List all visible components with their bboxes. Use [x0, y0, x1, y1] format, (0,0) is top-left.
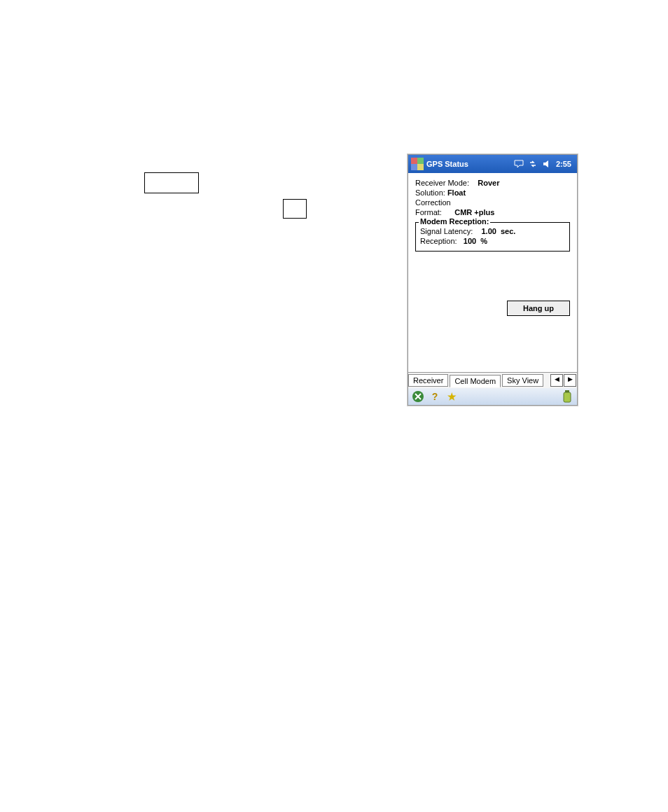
solution-value: Float — [447, 188, 466, 197]
star-icon[interactable]: ★ — [446, 391, 457, 402]
hang-up-button[interactable]: Hang up — [507, 301, 570, 316]
bottom-toolbar: ? ★ — [408, 388, 577, 405]
page-box-2 — [283, 199, 307, 219]
solution-label: Solution: — [415, 188, 445, 197]
tab-receiver[interactable]: Receiver — [408, 374, 448, 387]
svg-rect-1 — [564, 392, 571, 402]
window-title: GPS Status — [426, 160, 514, 168]
close-icon[interactable] — [412, 391, 424, 402]
format-label: Format: — [415, 208, 442, 216]
signal-latency-label: Signal Latency: — [420, 227, 473, 235]
tab-sky-view[interactable]: Sky View — [502, 374, 543, 387]
titlebar-tray: 2:55 — [514, 159, 574, 169]
sync-icon[interactable] — [528, 159, 538, 169]
titlebar: GPS Status 2:55 — [408, 155, 577, 173]
receiver-mode-label: Receiver Mode: — [415, 179, 469, 187]
receiver-mode-value: Rover — [478, 179, 499, 187]
tab-cell-modem[interactable]: Cell Modem — [450, 375, 501, 387]
page-box-1 — [144, 172, 199, 193]
signal-latency-unit: sec. — [501, 227, 515, 235]
tab-nav-right-icon[interactable]: ▶ — [564, 374, 576, 387]
modem-reception-group: Modem Reception: Signal Latency: 1.00 se… — [415, 222, 570, 252]
chat-bubble-icon[interactable] — [514, 159, 524, 169]
format-value: CMR +plus — [454, 208, 494, 216]
tab-bar: Receiver Cell Modem Sky View ◀ ▶ — [408, 372, 577, 388]
receiver-mode-row: Receiver Mode: Rover — [415, 179, 570, 187]
windows-start-icon[interactable] — [411, 158, 424, 170]
content-area: Receiver Mode: Rover Solution: Float Cor… — [408, 173, 577, 372]
battery-icon[interactable] — [562, 391, 573, 402]
signal-latency-row: Signal Latency: 1.00 sec. — [420, 227, 565, 235]
correction-row: Correction — [415, 198, 570, 207]
reception-unit: % — [480, 237, 487, 245]
tab-nav-left-icon[interactable]: ◀ — [550, 374, 563, 387]
modem-reception-legend: Modem Reception: — [419, 217, 490, 226]
reception-value: 100 — [464, 237, 476, 245]
pda-screen: GPS Status 2:55 Receiver Mode: Rover Sol… — [408, 154, 578, 406]
volume-icon[interactable] — [542, 159, 552, 169]
reception-row: Reception: 100 % — [420, 237, 565, 245]
correction-label: Correction — [415, 198, 451, 207]
clock-text[interactable]: 2:55 — [556, 159, 571, 169]
reception-label: Reception: — [420, 237, 457, 245]
signal-latency-value: 1.00 — [481, 227, 496, 235]
format-row: Format: CMR +plus — [415, 208, 570, 216]
solution-row: Solution: Float — [415, 188, 570, 197]
help-icon[interactable]: ? — [429, 391, 440, 402]
